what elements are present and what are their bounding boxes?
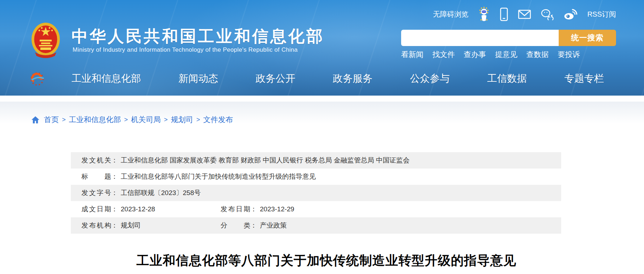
accessibility-link[interactable]: 无障碍浏览 [433, 10, 468, 19]
quick-link-complaints[interactable]: 要投诉 [558, 50, 580, 59]
breadcrumb-separator: > [164, 116, 168, 124]
nav-item-public-participation[interactable]: 公众参与 [410, 72, 450, 85]
meta-colon: ： [250, 221, 257, 230]
meta-colon: ： [111, 156, 118, 165]
meta-row-dates: 成文日期 ： 2023-12-28 发布日期 ： 2023-12-29 [71, 201, 561, 217]
breadcrumb-home[interactable]: 首页 [44, 115, 59, 125]
unified-search-button[interactable]: 统一搜索 [559, 30, 616, 46]
document-meta-table: 发文机关 ： 工业和信息化部 国家发展改革委 教育部 财政部 中国人民银行 税务… [71, 152, 561, 234]
search-input[interactable] [401, 30, 559, 46]
robot-mascot-icon[interactable] [478, 7, 490, 22]
meta-pair-publish-date: 发布日期 ： 2023-12-29 [221, 201, 294, 217]
meta-value: 工业和信息化部等八部门关于加快传统制造业转型升级的指导意见 [121, 172, 316, 181]
breadcrumb-separator: > [62, 116, 66, 124]
breadcrumb-separator: > [124, 116, 128, 124]
meta-label: 发布机构 [81, 221, 111, 230]
breadcrumb-separator: > [196, 116, 200, 124]
meta-colon: ： [111, 205, 118, 214]
meta-row-publisher-category: 发布机构 ： 规划司 分类 ： 产业政策 [71, 217, 561, 234]
home-icon[interactable] [31, 116, 40, 124]
nav-item-miit-data[interactable]: 工信数据 [487, 72, 527, 85]
meta-pair-category: 分类 ： 产业政策 [221, 217, 287, 234]
quick-link-news[interactable]: 看新闻 [401, 50, 423, 59]
wechat-icon[interactable] [541, 8, 554, 20]
nav-item-miit[interactable]: 工业和信息化部 [72, 72, 141, 85]
meta-label: 发布日期 [221, 205, 250, 214]
utility-bar: 无障碍浏览 [433, 6, 616, 22]
meta-label: 标题 [81, 172, 111, 181]
breadcrumb-departments[interactable]: 机关司局 [131, 115, 161, 125]
meta-label: 成文日期 [81, 205, 111, 214]
mail-icon[interactable] [518, 9, 531, 19]
meta-colon: ： [111, 172, 118, 181]
meta-row-issuing-agency: 发文机关 ： 工业和信息化部 国家发展改革委 教育部 财政部 中国人民银行 税务… [71, 152, 561, 169]
main-nav: 工业和信息化部 新闻动态 政务公开 政务服务 公众参与 工信数据 专题专栏 [72, 72, 604, 85]
quick-link-data[interactable]: 查数据 [526, 50, 549, 59]
site-subtitle: Ministry of Industry and Information Tec… [73, 46, 298, 53]
quick-link-services[interactable]: 查办事 [464, 50, 486, 59]
mobile-icon[interactable] [500, 7, 508, 21]
meta-label: 发文字号 [81, 188, 111, 198]
meta-row-title: 标题 ： 工业和信息化部等八部门关于加快传统制造业转型升级的指导意见 [71, 169, 561, 185]
meta-colon: ： [111, 221, 118, 230]
meta-value: 工业和信息化部 国家发展改革委 教育部 财政部 中国人民银行 税务总局 金融监管… [121, 156, 410, 165]
breadcrumb-planning-dept[interactable]: 规划司 [171, 115, 193, 125]
nav-item-news[interactable]: 新闻动态 [178, 72, 218, 85]
rss-subscribe-link[interactable]: RSS订阅 [587, 10, 616, 19]
national-emblem-logo[interactable] [31, 21, 61, 59]
site-header-banner: 无障碍浏览 [0, 0, 644, 96]
meta-label: 发文机关 [81, 156, 111, 165]
weibo-icon[interactable] [563, 8, 578, 20]
meta-value: 2023-12-29 [260, 205, 294, 213]
nav-item-special-topics[interactable]: 专题专栏 [564, 72, 604, 85]
meta-value: 产业政策 [260, 221, 287, 230]
breadcrumb-miit[interactable]: 工业和信息化部 [69, 115, 121, 125]
document-title: 工业和信息化部等八部门关于加快传统制造业转型升级的指导意见 [137, 253, 517, 268]
page: 无障碍浏览 [0, 0, 644, 274]
meta-colon: ： [250, 205, 257, 214]
quick-link-suggestions[interactable]: 提意见 [495, 50, 517, 59]
document-title-block: 工业和信息化部等八部门关于加快传统制造业转型升级的指导意见 [71, 252, 582, 269]
meta-colon: ： [111, 188, 118, 198]
meta-value: 2023-12-28 [121, 205, 155, 213]
nav-item-gov-affairs[interactable]: 政务公开 [256, 72, 295, 85]
search-bar: 统一搜索 [401, 30, 616, 46]
meta-value: 规划司 [121, 221, 141, 230]
breadcrumb-document-release[interactable]: 文件发布 [203, 115, 233, 125]
meta-label: 分类 [221, 221, 250, 230]
quick-link-documents[interactable]: 找文件 [432, 50, 455, 59]
nav-item-gov-services[interactable]: 政务服务 [333, 72, 372, 85]
quick-links: 看新闻 找文件 查办事 提意见 查数据 要投诉 [401, 50, 580, 59]
breadcrumb: 首页 > 工业和信息化部 > 机关司局 > 规划司 > 文件发布 [31, 115, 233, 125]
meta-value: 工信部联规〔2023〕258号 [121, 188, 201, 198]
miit-e-logo-icon [30, 71, 44, 86]
site-title: 中华人民共和国工业和信息化部 [72, 25, 324, 47]
meta-row-document-number: 发文字号 ： 工信部联规〔2023〕258号 [71, 185, 561, 201]
